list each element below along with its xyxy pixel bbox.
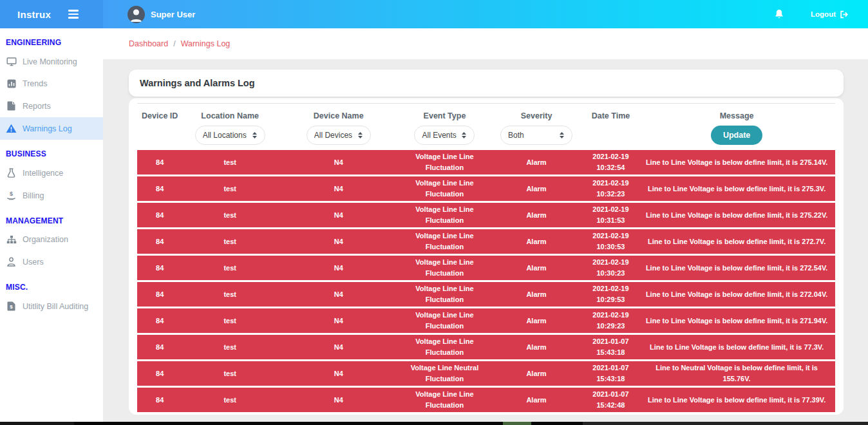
- sidebar-item-label: Live Monitoring: [23, 57, 77, 66]
- cell-event: Voltage Line Line Fluctuation: [400, 283, 490, 305]
- update-button[interactable]: Update: [711, 126, 762, 145]
- cell-date-time: 2021-01-07 15:43:18: [583, 363, 639, 384]
- cell-severity: Alarm: [489, 184, 583, 194]
- device-filter[interactable]: All Devices: [307, 126, 371, 145]
- sidebar-item-warnings-log[interactable]: Warnings Log: [0, 117, 103, 140]
- brand-logo[interactable]: Instrux: [0, 9, 51, 20]
- device-select[interactable]: All Devices: [314, 131, 353, 140]
- sidebar-item-label: Intelligence: [23, 169, 63, 178]
- main-content: Warnings and Alarms Log Device ID Locati…: [103, 59, 868, 422]
- bill-audit-icon: $: [6, 301, 17, 311]
- cell-date-time: 2021-02-19 10:32:54: [583, 151, 639, 173]
- logout-icon: [840, 10, 849, 19]
- table-row: 84 test N4 Voltage Line Line Fluctuation…: [137, 150, 835, 175]
- sidebar-item-trends[interactable]: Trends: [0, 73, 103, 95]
- cell-event: Voltage Line Line Fluctuation: [400, 310, 490, 331]
- cell-location: test: [182, 289, 277, 300]
- cell-severity: Alarm: [489, 316, 583, 326]
- logout-label: Logout: [811, 10, 836, 18]
- severity-select[interactable]: Both: [508, 131, 524, 140]
- svg-text:$: $: [10, 304, 13, 310]
- cell-device: N4: [278, 263, 400, 274]
- sidebar-item-billing[interactable]: $ Billing: [0, 184, 103, 207]
- sidebar-item-users[interactable]: Users: [0, 250, 103, 273]
- table-row: 84 test N4 Voltage Line Neutral Fluctuat…: [137, 361, 835, 386]
- sidebar-item-utitlity-bill-auditing[interactable]: $ Utitlity Bill Auditing: [0, 295, 103, 317]
- cell-event: Voltage Line Neutral Fluctuation: [400, 363, 490, 384]
- cell-message: Line to Line Voltage is below define lim…: [638, 395, 835, 406]
- cell-location: test: [182, 157, 277, 168]
- cell-date-time: 2021-02-19 10:29:53: [583, 283, 639, 305]
- taskbar-strip: [0, 422, 868, 425]
- cell-location: test: [182, 395, 277, 406]
- cell-device-id: 84: [137, 210, 182, 221]
- select-arrows-icon: [461, 131, 467, 139]
- select-arrows-icon: [357, 131, 363, 139]
- cell-event: Voltage Line Line Fluctuation: [400, 389, 490, 410]
- event-select[interactable]: All Events: [422, 131, 457, 140]
- person-icon: [127, 6, 145, 23]
- cell-device-id: 84: [137, 236, 182, 247]
- monitor-icon: [6, 57, 17, 66]
- cell-device: N4: [278, 236, 400, 247]
- table-row: 84 test N4 Voltage Line Line Fluctuation…: [137, 176, 835, 201]
- table-row: 84 test N4 Voltage Line Line Fluctuation…: [137, 229, 835, 254]
- cell-location: test: [182, 342, 277, 353]
- sidebar-section: MISC. $ Utitlity Bill Auditing: [0, 273, 103, 317]
- table-row: 84 test N4 Voltage Line Line Fluctuation…: [137, 388, 835, 412]
- breadcrumb-current: Warnings Log: [181, 39, 231, 48]
- breadcrumb: Dashboard / Warnings Log: [103, 28, 868, 59]
- event-type-header: Event Type: [424, 108, 466, 122]
- location-filter[interactable]: All Locations: [195, 126, 265, 145]
- sidebar-section-label: MISC.: [0, 273, 103, 295]
- cell-date-time: 2021-02-19 10:30:53: [583, 231, 639, 252]
- sidebar-item-reports[interactable]: Reports: [0, 95, 103, 117]
- cell-device: N4: [278, 395, 400, 406]
- logout-button[interactable]: Logout: [811, 10, 849, 19]
- sidebar-section-label: MANAGEMENT: [0, 207, 103, 229]
- select-arrows-icon: [252, 131, 258, 139]
- warnings-table: 84 test N4 Voltage Line Line Fluctuation…: [137, 150, 835, 412]
- cell-location: test: [182, 316, 277, 326]
- sidebar-item-label: Users: [23, 258, 44, 267]
- location-select[interactable]: All Locations: [203, 131, 247, 140]
- cell-device-id: 84: [137, 263, 182, 274]
- report-file-icon: [6, 101, 17, 111]
- breadcrumb-dashboard[interactable]: Dashboard: [129, 39, 168, 48]
- cell-event: Voltage Line Line Fluctuation: [400, 231, 490, 252]
- cell-message: Line to Line Voltage is below define lim…: [638, 342, 835, 353]
- cell-location: test: [182, 184, 277, 194]
- cell-event: Voltage Line Line Fluctuation: [400, 151, 490, 173]
- cell-device-id: 84: [137, 368, 182, 379]
- page-title: Warnings and Alarms Log: [140, 78, 255, 88]
- hamburger-menu-icon[interactable]: [68, 10, 79, 19]
- cell-device: N4: [278, 157, 400, 168]
- cell-location: test: [182, 263, 277, 274]
- sidebar-item-live-monitoring[interactable]: Live Monitoring: [0, 50, 103, 73]
- cell-message: Line to Line Voltage is below define lim…: [638, 236, 835, 247]
- cell-severity: Alarm: [489, 157, 583, 168]
- cell-date-time: 2021-01-07 15:42:48: [583, 389, 639, 410]
- event-filter[interactable]: All Events: [414, 126, 475, 145]
- cell-severity: Alarm: [489, 368, 583, 379]
- notifications-bell-icon[interactable]: [775, 9, 784, 19]
- cell-device-id: 84: [137, 395, 182, 406]
- sidebar-section-label: ENGINEERING: [0, 28, 103, 50]
- cell-message: Line to Line Voltage is below define lim…: [638, 157, 835, 168]
- cell-date-time: 2021-01-07 15:43:18: [583, 336, 639, 357]
- column-device-id: Device ID: [137, 108, 182, 122]
- avatar[interactable]: [127, 6, 145, 23]
- cell-device-id: 84: [137, 157, 182, 168]
- cell-device: N4: [278, 316, 400, 326]
- sidebar-item-intelligence[interactable]: Intelligence: [0, 162, 103, 184]
- warnings-card: Device ID Location Name All Locations De…: [129, 98, 844, 415]
- cell-severity: Alarm: [489, 263, 583, 274]
- sidebar-item-organization[interactable]: Organization: [0, 229, 103, 250]
- cell-device-id: 84: [137, 342, 182, 353]
- sidebar-item-label: Reports: [23, 102, 51, 111]
- trends-chart-icon: [6, 79, 17, 88]
- severity-filter[interactable]: Both: [500, 126, 572, 145]
- user-name: Super User: [151, 10, 195, 19]
- cell-event: Voltage Line Line Fluctuation: [400, 336, 490, 357]
- billing-dollar-icon: $: [6, 191, 17, 200]
